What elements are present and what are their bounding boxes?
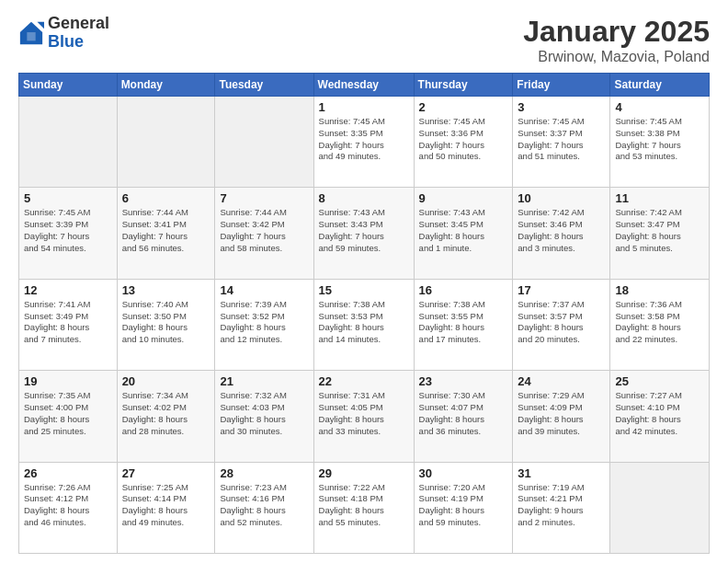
calendar-cell: 13Sunrise: 7:40 AM Sunset: 3:50 PM Dayli… [117, 279, 215, 370]
calendar-header-friday: Friday [513, 74, 610, 97]
calendar-cell: 16Sunrise: 7:38 AM Sunset: 3:55 PM Dayli… [414, 279, 513, 370]
calendar-cell: 26Sunrise: 7:26 AM Sunset: 4:12 PM Dayli… [19, 462, 118, 553]
day-number: 18 [615, 283, 704, 297]
day-number: 13 [122, 283, 210, 297]
svg-rect-2 [27, 32, 35, 40]
day-info: Sunrise: 7:44 AM Sunset: 3:42 PM Dayligh… [220, 207, 308, 254]
calendar-cell: 20Sunrise: 7:34 AM Sunset: 4:02 PM Dayli… [117, 371, 215, 462]
day-info: Sunrise: 7:20 AM Sunset: 4:19 PM Dayligh… [419, 482, 508, 529]
day-number: 25 [615, 374, 704, 388]
day-info: Sunrise: 7:23 AM Sunset: 4:16 PM Dayligh… [220, 482, 308, 529]
calendar-cell: 10Sunrise: 7:42 AM Sunset: 3:46 PM Dayli… [513, 188, 610, 279]
day-number: 10 [518, 191, 605, 205]
calendar-header-sunday: Sunday [19, 74, 118, 97]
calendar-cell: 6Sunrise: 7:44 AM Sunset: 3:41 PM Daylig… [117, 188, 215, 279]
calendar-cell: 27Sunrise: 7:25 AM Sunset: 4:14 PM Dayli… [117, 462, 215, 553]
day-info: Sunrise: 7:45 AM Sunset: 3:39 PM Dayligh… [24, 207, 112, 254]
day-number: 9 [419, 191, 508, 205]
calendar-cell [215, 97, 313, 188]
day-info: Sunrise: 7:30 AM Sunset: 4:07 PM Dayligh… [419, 390, 508, 437]
calendar-cell: 21Sunrise: 7:32 AM Sunset: 4:03 PM Dayli… [215, 371, 313, 462]
calendar-cell [19, 97, 118, 188]
calendar-header-row: SundayMondayTuesdayWednesdayThursdayFrid… [19, 74, 710, 97]
day-number: 19 [24, 374, 112, 388]
page-subtitle: Brwinow, Mazovia, Poland [523, 49, 710, 65]
calendar-week-1: 1Sunrise: 7:45 AM Sunset: 3:35 PM Daylig… [19, 97, 710, 188]
day-number: 31 [518, 466, 605, 480]
day-number: 26 [24, 466, 112, 480]
day-info: Sunrise: 7:26 AM Sunset: 4:12 PM Dayligh… [24, 482, 112, 529]
calendar-cell: 28Sunrise: 7:23 AM Sunset: 4:16 PM Dayli… [215, 462, 313, 553]
logo-general: General [48, 15, 109, 33]
calendar-week-3: 12Sunrise: 7:41 AM Sunset: 3:49 PM Dayli… [19, 279, 710, 370]
day-info: Sunrise: 7:27 AM Sunset: 4:10 PM Dayligh… [615, 390, 704, 437]
calendar-cell: 22Sunrise: 7:31 AM Sunset: 4:05 PM Dayli… [313, 371, 414, 462]
calendar-week-4: 19Sunrise: 7:35 AM Sunset: 4:00 PM Dayli… [19, 371, 710, 462]
header: General Blue January 2025 Brwinow, Mazov… [18, 15, 710, 65]
day-info: Sunrise: 7:25 AM Sunset: 4:14 PM Dayligh… [122, 482, 210, 529]
calendar-cell [117, 97, 215, 188]
day-number: 11 [615, 191, 704, 205]
logo-blue: Blue [48, 33, 109, 52]
calendar-header-thursday: Thursday [414, 74, 513, 97]
day-info: Sunrise: 7:31 AM Sunset: 4:05 PM Dayligh… [319, 390, 409, 437]
day-number: 24 [518, 374, 605, 388]
day-info: Sunrise: 7:39 AM Sunset: 3:52 PM Dayligh… [220, 299, 308, 346]
day-number: 17 [518, 283, 605, 297]
day-info: Sunrise: 7:38 AM Sunset: 3:55 PM Dayligh… [419, 299, 508, 346]
calendar-cell: 30Sunrise: 7:20 AM Sunset: 4:19 PM Dayli… [414, 462, 513, 553]
day-number: 3 [518, 100, 605, 114]
day-info: Sunrise: 7:32 AM Sunset: 4:03 PM Dayligh… [220, 390, 308, 437]
day-info: Sunrise: 7:43 AM Sunset: 3:43 PM Dayligh… [319, 207, 409, 254]
day-number: 20 [122, 374, 210, 388]
day-info: Sunrise: 7:22 AM Sunset: 4:18 PM Dayligh… [319, 482, 409, 529]
calendar-cell: 5Sunrise: 7:45 AM Sunset: 3:39 PM Daylig… [19, 188, 118, 279]
calendar-cell: 4Sunrise: 7:45 AM Sunset: 3:38 PM Daylig… [610, 97, 710, 188]
calendar-cell: 15Sunrise: 7:38 AM Sunset: 3:53 PM Dayli… [313, 279, 414, 370]
logo-icon [18, 20, 44, 46]
calendar-header-tuesday: Tuesday [215, 74, 313, 97]
day-info: Sunrise: 7:29 AM Sunset: 4:09 PM Dayligh… [518, 390, 605, 437]
day-info: Sunrise: 7:45 AM Sunset: 3:35 PM Dayligh… [319, 116, 409, 163]
calendar-cell: 12Sunrise: 7:41 AM Sunset: 3:49 PM Dayli… [19, 279, 118, 370]
day-info: Sunrise: 7:34 AM Sunset: 4:02 PM Dayligh… [122, 390, 210, 437]
day-info: Sunrise: 7:42 AM Sunset: 3:47 PM Dayligh… [615, 207, 704, 254]
day-number: 21 [220, 374, 308, 388]
calendar-header-monday: Monday [117, 74, 215, 97]
day-number: 12 [24, 283, 112, 297]
calendar-cell: 1Sunrise: 7:45 AM Sunset: 3:35 PM Daylig… [313, 97, 414, 188]
calendar-cell: 18Sunrise: 7:36 AM Sunset: 3:58 PM Dayli… [610, 279, 710, 370]
day-info: Sunrise: 7:42 AM Sunset: 3:46 PM Dayligh… [518, 207, 605, 254]
calendar-cell: 9Sunrise: 7:43 AM Sunset: 3:45 PM Daylig… [414, 188, 513, 279]
day-number: 8 [319, 191, 409, 205]
calendar-cell: 23Sunrise: 7:30 AM Sunset: 4:07 PM Dayli… [414, 371, 513, 462]
day-number: 5 [24, 191, 112, 205]
day-info: Sunrise: 7:35 AM Sunset: 4:00 PM Dayligh… [24, 390, 112, 437]
day-number: 29 [319, 466, 409, 480]
day-info: Sunrise: 7:36 AM Sunset: 3:58 PM Dayligh… [615, 299, 704, 346]
calendar-table: SundayMondayTuesdayWednesdayThursdayFrid… [18, 73, 710, 554]
calendar-cell: 7Sunrise: 7:44 AM Sunset: 3:42 PM Daylig… [215, 188, 313, 279]
day-info: Sunrise: 7:43 AM Sunset: 3:45 PM Dayligh… [419, 207, 508, 254]
day-number: 7 [220, 191, 308, 205]
day-info: Sunrise: 7:44 AM Sunset: 3:41 PM Dayligh… [122, 207, 210, 254]
day-info: Sunrise: 7:45 AM Sunset: 3:36 PM Dayligh… [419, 116, 508, 163]
day-number: 1 [319, 100, 409, 114]
calendar-header-saturday: Saturday [610, 74, 710, 97]
calendar-cell: 11Sunrise: 7:42 AM Sunset: 3:47 PM Dayli… [610, 188, 710, 279]
day-info: Sunrise: 7:45 AM Sunset: 3:38 PM Dayligh… [615, 116, 704, 163]
day-number: 27 [122, 466, 210, 480]
day-number: 14 [220, 283, 308, 297]
day-info: Sunrise: 7:38 AM Sunset: 3:53 PM Dayligh… [319, 299, 409, 346]
calendar-cell: 17Sunrise: 7:37 AM Sunset: 3:57 PM Dayli… [513, 279, 610, 370]
calendar-header-wednesday: Wednesday [313, 74, 414, 97]
day-number: 30 [419, 466, 508, 480]
calendar-cell: 29Sunrise: 7:22 AM Sunset: 4:18 PM Dayli… [313, 462, 414, 553]
page: General Blue January 2025 Brwinow, Mazov… [0, 0, 728, 563]
day-number: 28 [220, 466, 308, 480]
calendar-cell: 19Sunrise: 7:35 AM Sunset: 4:00 PM Dayli… [19, 371, 118, 462]
day-info: Sunrise: 7:40 AM Sunset: 3:50 PM Dayligh… [122, 299, 210, 346]
calendar-cell: 25Sunrise: 7:27 AM Sunset: 4:10 PM Dayli… [610, 371, 710, 462]
day-info: Sunrise: 7:19 AM Sunset: 4:21 PM Dayligh… [518, 482, 605, 529]
calendar-cell: 3Sunrise: 7:45 AM Sunset: 3:37 PM Daylig… [513, 97, 610, 188]
